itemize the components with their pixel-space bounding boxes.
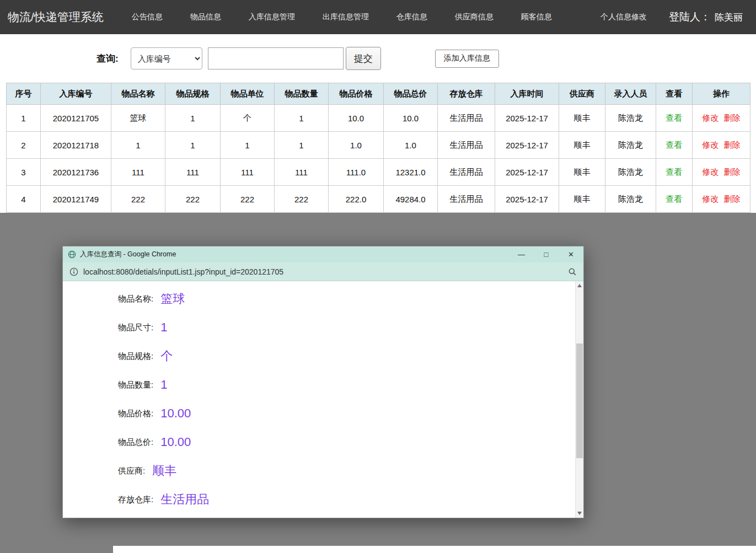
- cell-input-id: 2020121705: [41, 105, 111, 132]
- delete-link[interactable]: 删除: [724, 167, 741, 176]
- submit-button[interactable]: 提交: [346, 47, 381, 70]
- nav-item-warehouse[interactable]: 仓库信息: [383, 12, 441, 22]
- cell-seq: 3: [7, 159, 41, 186]
- cell-time: 2025-12-17: [495, 186, 559, 213]
- cell-seq: 1: [7, 105, 41, 132]
- cell-total: 12321.0: [384, 159, 438, 186]
- cell-time: 2025-12-17: [495, 105, 559, 132]
- cell-warehouse: 生活用品: [438, 132, 495, 159]
- detail-field-name: 物品名称: 篮球: [118, 284, 583, 313]
- column-header-name: 物品名称: [111, 83, 165, 105]
- detail-label: 物品价格:: [118, 409, 153, 419]
- minimize-button[interactable]: —: [509, 246, 534, 262]
- detail-value: 10.00: [160, 435, 191, 449]
- cell-supplier: 顺丰: [559, 105, 605, 132]
- detail-field-spec: 物品规格: 个: [118, 342, 583, 371]
- cell-view: 查看: [656, 186, 693, 213]
- cell-unit: 222: [221, 186, 275, 213]
- detail-label: 物品名称:: [118, 294, 153, 304]
- cell-name: 222: [111, 186, 165, 213]
- login-user: 陈美丽: [715, 11, 743, 24]
- nav-item-customer[interactable]: 顾客信息: [507, 12, 566, 22]
- nav-item-profile-edit[interactable]: 个人信息修改: [600, 12, 647, 22]
- close-button[interactable]: ✕: [559, 246, 583, 262]
- detail-field-size: 物品尺寸: 1: [118, 313, 583, 342]
- cell-price: 111.0: [329, 159, 384, 186]
- search-field-select[interactable]: 入库编号: [131, 47, 202, 69]
- add-inbound-button[interactable]: 添加入库信息: [435, 50, 499, 68]
- info-icon[interactable]: [69, 267, 78, 276]
- bottom-strip: [113, 546, 756, 553]
- login-label: 登陆人：: [669, 10, 711, 24]
- cell-qty: 222: [275, 186, 329, 213]
- app-title: 物流/快递管理系统: [8, 9, 104, 25]
- delete-link[interactable]: 删除: [724, 113, 741, 122]
- cell-view: 查看: [656, 159, 693, 186]
- cell-total: 49284.0: [384, 186, 438, 213]
- column-header-supplier: 供应商: [559, 83, 605, 105]
- column-header-warehouse: 存放仓库: [438, 83, 495, 105]
- column-header-seq: 序号: [7, 83, 41, 105]
- detail-value: 篮球: [160, 291, 185, 307]
- search-bar: 查询: 入库编号 提交 添加入库信息: [0, 34, 756, 83]
- column-header-unit: 物品单位: [221, 83, 275, 105]
- scrollbar-thumb[interactable]: [576, 343, 583, 458]
- edit-link[interactable]: 修改: [703, 140, 719, 149]
- view-link[interactable]: 查看: [666, 194, 683, 203]
- maximize-button[interactable]: □: [534, 246, 559, 262]
- view-link[interactable]: 查看: [666, 140, 683, 149]
- main-content: 查询: 入库编号 提交 添加入库信息 序号 入库编号 物品名称 物品规格: [0, 34, 756, 213]
- cell-name: 111: [111, 159, 165, 186]
- detail-label: 供应商:: [118, 466, 145, 476]
- cell-recorder: 陈浩龙: [605, 186, 656, 213]
- cell-total: 1.0: [384, 132, 438, 159]
- column-header-view: 查看: [656, 83, 693, 105]
- cell-spec: 1: [165, 132, 221, 159]
- detail-label: 物品总价:: [118, 437, 153, 448]
- table-row: 3 2020121736 111 111 111 111 111.0 12321…: [7, 159, 750, 186]
- address-url[interactable]: localhost:8080/detials/inputList1.jsp?in…: [83, 267, 564, 276]
- cell-input-id: 2020121718: [41, 132, 111, 159]
- edit-link[interactable]: 修改: [703, 113, 719, 122]
- view-link[interactable]: 查看: [666, 167, 683, 176]
- zoom-icon[interactable]: [568, 267, 577, 276]
- nav-item-goods[interactable]: 物品信息: [176, 12, 235, 22]
- edit-link[interactable]: 修改: [703, 194, 719, 203]
- cell-view: 查看: [656, 105, 693, 132]
- cell-recorder: 陈浩龙: [605, 105, 656, 132]
- cell-unit: 1: [221, 132, 275, 159]
- cell-input-id: 2020121736: [41, 159, 111, 186]
- detail-value: 顺丰: [152, 463, 176, 479]
- cell-seq: 2: [7, 132, 41, 159]
- popup-titlebar[interactable]: 入库信息查询 - Google Chrome — □ ✕: [63, 246, 583, 262]
- cell-supplier: 顺丰: [559, 132, 605, 159]
- nav-item-announcements[interactable]: 公告信息: [118, 12, 176, 22]
- scroll-down-icon[interactable]: [577, 512, 582, 515]
- cell-unit: 111: [221, 159, 275, 186]
- edit-link[interactable]: 修改: [703, 167, 719, 176]
- column-header-time: 入库时间: [495, 83, 559, 105]
- cell-actions: 修改删除: [693, 105, 750, 132]
- cell-price: 222.0: [329, 186, 384, 213]
- search-label: 查询:: [96, 52, 119, 65]
- delete-link[interactable]: 删除: [724, 140, 741, 149]
- view-link[interactable]: 查看: [666, 113, 683, 122]
- cell-actions: 修改删除: [693, 132, 750, 159]
- page: 物流/快递管理系统 公告信息 物品信息 入库信息管理 出库信息管理 仓库信息 供…: [0, 0, 756, 553]
- cell-qty: 111: [275, 159, 329, 186]
- cell-actions: 修改删除: [693, 159, 750, 186]
- detail-field-total: 物品总价: 10.00: [118, 428, 583, 457]
- cell-warehouse: 生活用品: [438, 159, 495, 186]
- detail-field-warehouse: 存放仓库: 生活用品: [118, 485, 583, 514]
- delete-link[interactable]: 删除: [724, 194, 741, 203]
- cell-spec: 222: [165, 186, 221, 213]
- cell-supplier: 顺丰: [559, 159, 605, 186]
- column-header-spec: 物品规格: [165, 83, 221, 105]
- nav-item-outbound-management[interactable]: 出库信息管理: [309, 12, 383, 22]
- table-row: 4 2020121749 222 222 222 222 222.0 49284…: [7, 186, 750, 213]
- scrollbar[interactable]: [575, 281, 583, 518]
- search-input[interactable]: [208, 47, 344, 69]
- nav-item-inbound-management[interactable]: 入库信息管理: [235, 12, 309, 22]
- scroll-up-icon[interactable]: [577, 284, 582, 287]
- nav-item-supplier[interactable]: 供应商信息: [441, 12, 507, 22]
